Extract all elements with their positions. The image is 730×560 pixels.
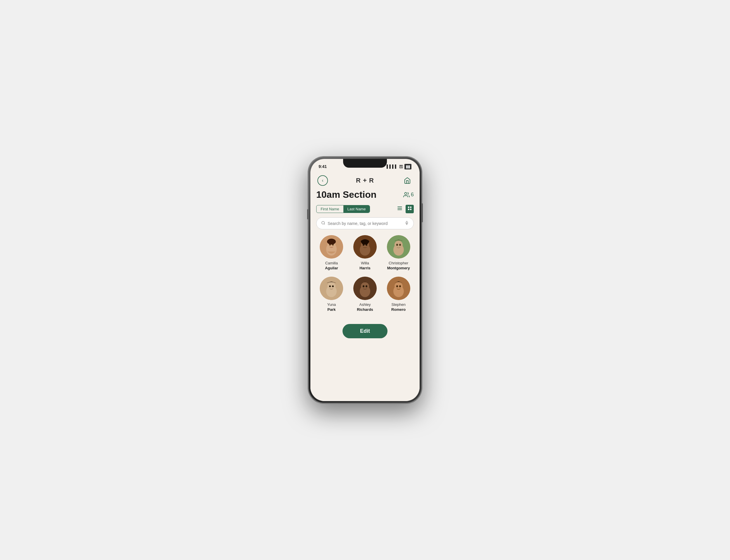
face-willa [353,235,377,259]
student-card-ashley[interactable]: Ashley Richards [350,277,380,312]
face-christopher [387,235,410,259]
student-name-ashley: Ashley Richards [357,302,373,312]
student-first-ashley: Ashley [357,302,373,307]
student-last-yuna: Park [327,307,336,312]
signal-icon: ▌▌▌▌ [386,164,398,169]
phone-frame: 9:41 ▌▌▌▌ ⚿ ▮▮ ‹ R + R [308,157,422,403]
people-icon [403,192,410,198]
page-title: 10am Section [316,189,376,200]
avatar-stephen [387,277,410,300]
student-card-christopher[interactable]: Christopher Montgomery [383,235,414,271]
section-header: 10am Section 6 [316,189,414,200]
sort-firstname-button[interactable]: First Name [317,205,344,213]
phone-screen: 9:41 ▌▌▌▌ ⚿ ▮▮ ‹ R + R [311,159,419,401]
svg-point-37 [363,285,365,287]
back-button[interactable]: ‹ [318,175,328,186]
student-count-number: 6 [411,192,414,198]
student-last-stephen: Romero [391,307,405,312]
student-first-christopher: Christopher [387,261,410,266]
face-stephen [387,277,410,300]
list-view-icon[interactable] [397,205,403,213]
nav-bar: ‹ R + R [316,172,414,189]
student-first-yuna: Yuna [327,302,336,307]
student-card-willa[interactable]: Willa Harris [350,235,380,271]
svg-point-18 [327,239,336,245]
student-name-christopher: Christopher Montgomery [387,261,410,271]
student-first-stephen: Stephen [391,302,405,307]
svg-line-9 [324,224,325,225]
svg-point-32 [329,285,331,287]
edit-button[interactable]: Edit [343,324,387,338]
view-toggle [397,205,414,213]
svg-rect-10 [406,221,407,223]
home-icon [404,177,411,184]
wifi-icon: ⚿ [399,164,403,169]
student-card-yuna[interactable]: Yuna Park [316,277,347,312]
svg-point-43 [399,285,401,287]
sort-row: First Name Last Name [316,205,414,213]
student-first-willa: Willa [360,261,370,266]
svg-point-27 [396,244,398,246]
status-icons: ▌▌▌▌ ⚿ ▮▮ [386,164,411,169]
student-grid: Camilla Aguilar [316,235,414,318]
avatar-yuna [320,277,343,300]
student-last-ashley: Richards [357,307,373,312]
avatar-camilla [320,235,343,259]
status-time: 9:41 [319,164,327,169]
student-last-willa: Harris [360,266,370,271]
student-card-stephen[interactable]: Stephen Romero [383,277,414,312]
svg-point-33 [332,285,334,287]
search-input[interactable] [328,221,402,226]
home-button[interactable] [402,175,412,186]
student-last-camilla: Aguilar [325,266,338,271]
student-name-camilla: Camilla Aguilar [325,261,338,271]
app-logo: R + R [356,177,374,184]
svg-point-28 [399,244,401,246]
search-bar [316,217,414,229]
sort-buttons: First Name Last Name [316,205,370,213]
app-content: ‹ R + R 10am Section [311,172,419,401]
power-button [422,203,423,222]
face-camilla [320,235,343,259]
battery-icon: ▮▮ [404,164,411,169]
microphone-icon[interactable] [405,220,409,226]
avatar-willa [353,235,377,259]
volume-button [307,209,308,219]
student-first-camilla: Camilla [325,261,338,266]
svg-rect-6 [408,209,409,210]
student-name-stephen: Stephen Romero [391,302,405,312]
student-card-camilla[interactable]: Camilla Aguilar [316,235,347,271]
avatar-ashley [353,277,377,300]
svg-point-0 [405,192,407,194]
svg-point-42 [396,285,398,287]
edit-button-wrapper: Edit [316,318,414,347]
face-ashley [353,277,377,300]
search-icon [321,221,325,226]
student-last-christopher: Montgomery [387,266,410,271]
svg-rect-7 [410,209,411,210]
notch [343,159,387,168]
svg-rect-5 [410,207,411,208]
grid-view-icon[interactable] [405,205,414,213]
list-icon [397,205,403,211]
svg-rect-4 [408,207,409,208]
svg-point-8 [322,221,325,224]
avatar-christopher [387,235,410,259]
svg-point-38 [365,285,367,287]
student-count-display: 6 [403,192,414,198]
face-yuna [320,277,343,300]
student-name-yuna: Yuna Park [327,302,336,312]
student-name-willa: Willa Harris [360,261,370,271]
sort-lastname-button[interactable]: Last Name [344,205,370,213]
grid-icon [407,206,412,211]
